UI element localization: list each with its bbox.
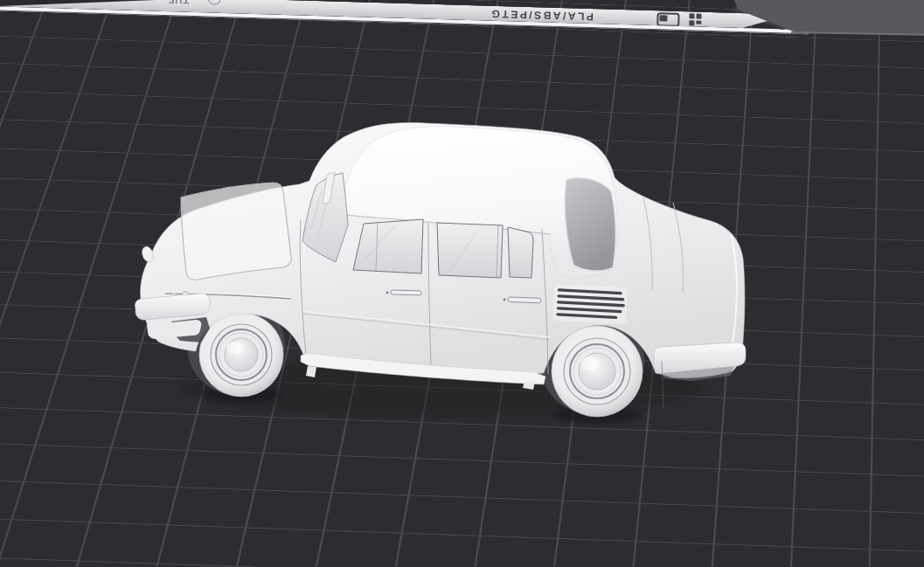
engine-louvers [552, 284, 628, 324]
four-squares-logo-icon [688, 13, 701, 25]
plate-circle-mark [208, 0, 221, 5]
model-canvas [0, 0, 924, 567]
hood-panel [181, 183, 291, 280]
car-model-sedan[interactable] [135, 123, 746, 424]
rear-door-handle [508, 297, 541, 303]
plate-far-label: TUF [168, 0, 190, 6]
brand-badge-logo-icon [657, 12, 679, 27]
rear-door-window [437, 223, 503, 278]
slicer-3d-viewport[interactable]: TUF PLA/ABS/PETG [0, 0, 924, 567]
front-wheel [199, 313, 283, 397]
rear-window [565, 178, 615, 271]
rear-door-lock [504, 299, 506, 301]
front-door-lock [386, 292, 389, 294]
front-door-handle [391, 290, 421, 295]
rear-wheel [552, 326, 643, 417]
front-door-window [353, 219, 423, 273]
quarter-window [508, 227, 533, 278]
